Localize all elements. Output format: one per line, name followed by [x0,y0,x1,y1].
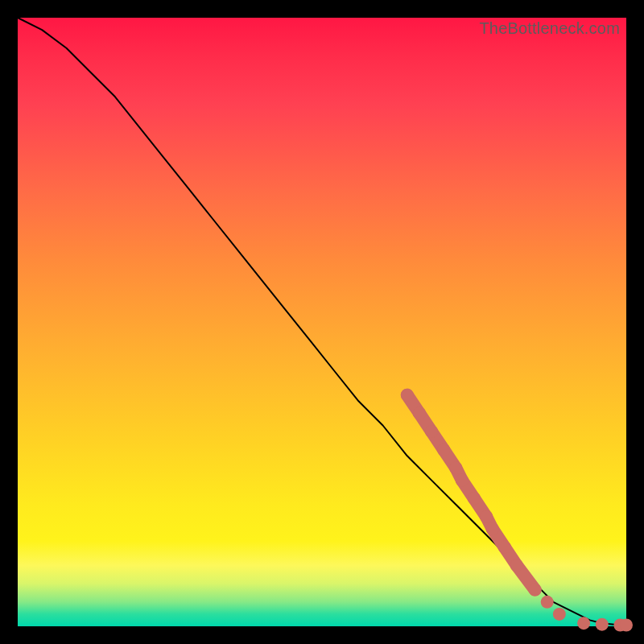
highlight-dot [456,474,469,487]
plot-area: TheBottleneck.com [18,18,626,626]
highlight-dot [529,584,542,597]
highlight-dot [510,559,523,572]
highlight-dot [437,444,450,456]
highlight-dot [498,541,511,554]
highlight-dot [449,461,462,474]
highlight-dot [468,492,481,505]
bottleneck-line [18,18,626,625]
highlight-dot [425,425,438,438]
chart-frame: TheBottleneck.com [0,0,644,644]
highlight-dot [553,608,566,621]
highlight-dot [486,522,499,535]
highlight-dot [480,510,493,523]
highlight-dot [620,619,633,632]
highlight-dot [401,389,414,402]
highlight-dots [401,389,633,632]
highlight-dot [541,596,554,609]
highlight-dot [577,617,590,630]
highlight-dot [413,407,426,419]
curve-svg [18,18,626,626]
highlight-dot [596,618,609,631]
